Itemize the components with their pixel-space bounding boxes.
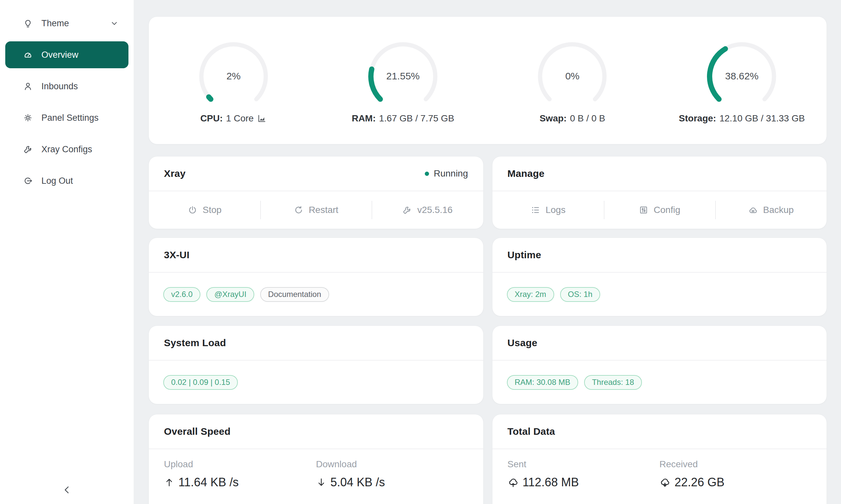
chevron-left-icon — [62, 484, 73, 496]
overall-speed-card: Overall Speed Upload 11.64 KB /s Downl — [149, 414, 484, 504]
system-load-title: System Load — [164, 337, 226, 348]
sidebar-item-inbounds[interactable]: Inbounds — [5, 73, 128, 100]
os-uptime-tag: OS: 1h — [560, 287, 601, 302]
cpu-percent: 2% — [194, 71, 273, 82]
ram-usage-tag: RAM: 30.08 MB — [507, 375, 578, 390]
storage-gauge: 38.62% Storage: 12.10 GB / 31.33 GB — [657, 17, 826, 144]
xray-card: Xray Running Stop — [149, 156, 484, 229]
wrench-icon — [23, 144, 33, 154]
sidebar: Theme Overview Inbounds — [0, 0, 134, 504]
config-button[interactable]: Config — [604, 191, 715, 229]
xray-status: Running — [425, 168, 468, 179]
main-content: 2% CPU: 1 Core 21.55% — [134, 0, 841, 504]
ram-gauge: 21.55% RAM: 1.67 GB / 7.75 GB — [318, 17, 488, 144]
xray-card-title: Xray — [164, 168, 186, 179]
sidebar-item-label: Xray Configs — [41, 144, 92, 155]
received-stat: Received 22.26 GB — [659, 459, 811, 489]
sent-stat: Sent 112.68 MB — [508, 459, 660, 489]
overall-speed-title: Overall Speed — [164, 426, 230, 437]
xui-card-title: 3X-UI — [164, 249, 190, 260]
swap-label: Swap: 0 B / 0 B — [539, 113, 605, 124]
reload-icon — [294, 205, 304, 215]
total-data-card: Total Data Sent 112.68 MB — [492, 414, 827, 504]
cloud-server-icon — [748, 205, 758, 215]
total-data-title: Total Data — [508, 426, 555, 437]
dashboard-icon — [23, 50, 33, 60]
documentation-tag[interactable]: Documentation — [260, 287, 329, 302]
sidebar-item-label: Inbounds — [41, 82, 78, 92]
cloud-download-icon — [659, 477, 670, 488]
uptime-card-title: Uptime — [508, 249, 542, 260]
cpu-gauge: 2% CPU: 1 Core — [149, 17, 318, 144]
running-dot-icon — [425, 172, 429, 176]
sidebar-item-theme[interactable]: Theme — [5, 10, 128, 37]
usage-card-title: Usage — [508, 337, 537, 348]
uptime-card: Uptime Xray: 2m OS: 1h — [492, 237, 827, 316]
chevron-down-icon — [110, 19, 119, 28]
manage-card-title: Manage — [508, 168, 545, 179]
cpu-label: CPU: 1 Core — [201, 113, 267, 124]
telegram-tag[interactable]: @XrayUI — [206, 287, 254, 302]
sidebar-item-label: Log Out — [41, 176, 73, 186]
sidebar-item-label: Theme — [41, 18, 69, 29]
sidebar-item-panel-settings[interactable]: Panel Settings — [5, 104, 128, 131]
sidebar-item-overview[interactable]: Overview — [5, 41, 128, 68]
gear-icon — [23, 113, 33, 123]
power-icon — [188, 205, 198, 215]
restart-button[interactable]: Restart — [260, 191, 372, 229]
lightbulb-icon — [23, 18, 33, 28]
sidebar-item-label: Overview — [41, 50, 79, 60]
upload-stat: Upload 11.64 KB /s — [164, 459, 316, 489]
xui-card: 3X-UI v2.6.0 @XrayUI Documentation — [149, 237, 484, 316]
backup-button[interactable]: Backup — [715, 191, 826, 229]
version-tag[interactable]: v2.6.0 — [163, 287, 201, 302]
status-text: Running — [434, 168, 468, 179]
system-stats-card: 2% CPU: 1 Core 21.55% — [149, 16, 827, 144]
usage-card: Usage RAM: 30.08 MB Threads: 18 — [492, 325, 827, 404]
load-average-tag: 0.02 | 0.09 | 0.15 — [163, 375, 238, 390]
manage-card: Manage Logs — [492, 156, 827, 229]
arrow-up-icon — [164, 477, 174, 488]
arrow-down-icon — [316, 477, 327, 488]
xray-uptime-tag: Xray: 2m — [507, 287, 554, 302]
ram-label: RAM: 1.67 GB / 7.75 GB — [352, 113, 454, 124]
logout-icon — [23, 176, 33, 186]
logs-button[interactable]: Logs — [493, 191, 604, 229]
sliders-icon — [639, 205, 649, 215]
cloud-upload-icon — [508, 477, 519, 488]
swap-percent: 0% — [533, 71, 612, 82]
sidebar-item-label: Panel Settings — [41, 113, 99, 123]
download-stat: Download 5.04 KB /s — [316, 459, 468, 489]
app-window: Theme Overview Inbounds — [0, 0, 841, 504]
sidebar-collapse-button[interactable] — [0, 484, 134, 496]
swap-gauge: 0% Swap: 0 B / 0 B — [488, 17, 657, 144]
system-load-card: System Load 0.02 | 0.09 | 0.15 — [149, 325, 484, 404]
storage-label: Storage: 12.10 GB / 31.33 GB — [679, 113, 805, 124]
wrench-icon — [402, 205, 412, 215]
storage-percent: 38.62% — [702, 71, 781, 82]
xray-version-button[interactable]: v25.5.16 — [372, 191, 483, 229]
user-icon — [23, 82, 33, 91]
sidebar-item-log-out[interactable]: Log Out — [5, 167, 128, 194]
sidebar-item-xray-configs[interactable]: Xray Configs — [5, 136, 128, 163]
threads-tag: Threads: 18 — [584, 375, 642, 390]
area-chart-icon[interactable] — [257, 113, 267, 123]
ram-percent: 21.55% — [364, 71, 443, 82]
list-icon — [531, 205, 540, 215]
stop-button[interactable]: Stop — [149, 191, 260, 229]
